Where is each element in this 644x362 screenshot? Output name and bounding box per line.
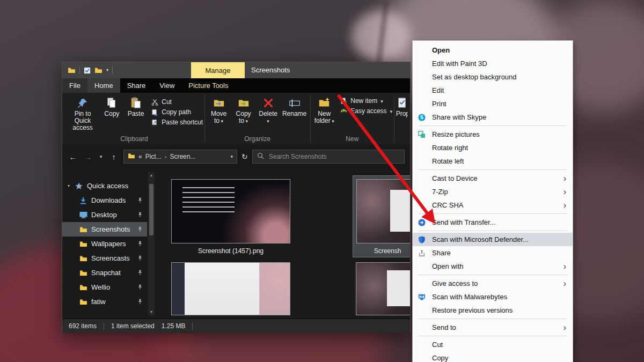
forward-button[interactable]: → — [83, 153, 93, 161]
toolbar-divider — [112, 67, 113, 74]
context-menu-item-rotate-right[interactable]: Rotate right — [413, 141, 573, 154]
paste-button[interactable]: Paste — [124, 94, 148, 117]
file-selected[interactable]: Screensh — [353, 175, 410, 257]
file-thumbnail[interactable] — [171, 179, 290, 243]
context-menu-item-edit[interactable]: Edit — [413, 84, 573, 97]
context-menu: OpenEdit with Paint 3DSet as desktop bac… — [412, 40, 573, 362]
scroll-up-icon[interactable]: ▴ — [150, 172, 152, 179]
context-menu-item-rotate-left[interactable]: Rotate left — [413, 154, 573, 168]
file-thumbnail[interactable] — [356, 179, 410, 243]
selection-size: 1.25 MB — [162, 322, 186, 330]
sidebar-item-fatiw[interactable]: fatiw — [62, 294, 147, 309]
tab-share[interactable]: Share — [120, 78, 153, 93]
sidebar-item-quick-access[interactable]: ▾Quick access — [62, 179, 147, 193]
dropdown-caret-icon — [259, 117, 277, 125]
copy-to-button[interactable]: Copy to — [231, 94, 256, 125]
delete-button[interactable]: Delete — [256, 94, 281, 125]
context-menu-item-scan-with-malwarebytes[interactable]: Scan with Malwarebytes — [413, 290, 573, 304]
window-title: Screenshots — [251, 62, 290, 78]
easy-access-icon — [340, 107, 347, 115]
cut-button[interactable]: Cut — [151, 98, 203, 106]
file-screenshot-next[interactable] — [171, 262, 290, 315]
address-dropdown-caret-icon[interactable]: ▾ — [230, 154, 233, 159]
breadcrumb[interactable]: « Pict... › Screen... ▾ — [123, 150, 237, 164]
sidebar-item-snapchat[interactable]: Snapchat — [62, 265, 147, 280]
status-bar: 692 items 1 item selected 1.25 MB — [62, 319, 410, 333]
breadcrumb-crumb[interactable]: Pict... — [145, 153, 162, 160]
refresh-button[interactable]: ↻ — [241, 152, 248, 161]
rename-icon — [289, 95, 301, 110]
sidebar-item-desktop[interactable]: Desktop — [62, 208, 147, 222]
context-menu-item-open-with[interactable]: Open with› — [413, 260, 573, 273]
sidebar-item-downloads[interactable]: Downloads — [62, 193, 147, 208]
folder-icon — [79, 226, 91, 233]
new-item-button[interactable]: New item — [340, 97, 392, 105]
folder-icon — [79, 241, 91, 247]
sidebar-item-screencasts[interactable]: Screencasts — [62, 251, 147, 265]
context-menu-item-give-access-to[interactable]: Give access to› — [413, 277, 573, 290]
copy-button[interactable]: Copy — [100, 94, 124, 117]
folder-icon[interactable] — [94, 67, 103, 73]
context-menu-item-resize-pictures[interactable]: Resize pictures — [413, 128, 573, 141]
status-divider — [104, 323, 104, 330]
search-icon — [257, 152, 264, 161]
status-divider — [192, 323, 193, 330]
up-button[interactable]: ↑ — [108, 153, 119, 161]
context-menu-item-share-with-skype[interactable]: SShare with Skype — [413, 110, 573, 124]
paste-shortcut-icon — [151, 119, 158, 126]
context-menu-item-restore-previous-versions[interactable]: Restore previous versions — [413, 304, 573, 317]
sidebar-scrollbar[interactable]: ▴ ▾ — [148, 172, 155, 315]
new-folder-button[interactable]: New folder — [312, 94, 336, 125]
file-thumbnail[interactable] — [356, 262, 410, 315]
context-menu-item-print[interactable]: Print — [413, 97, 573, 110]
tab-home[interactable]: Home — [87, 78, 120, 93]
customize-toolbar-caret-icon[interactable]: ▾ — [106, 68, 108, 72]
folder-icon[interactable] — [68, 67, 76, 73]
new-item-icon — [340, 97, 347, 105]
file-screenshot-1457[interactable]: Screenshot (1457).png — [171, 179, 290, 255]
scrollbar-thumb[interactable] — [149, 184, 153, 235]
file-explorer-window: ▾ Manage Screenshots File Home Share Vie… — [62, 62, 411, 333]
rename-button[interactable]: Rename — [281, 94, 309, 117]
sidebar-item-wallpapers[interactable]: Wallpapers — [62, 237, 147, 251]
breadcrumb-crumb[interactable]: Screen... — [170, 153, 195, 160]
properties-check-icon[interactable] — [84, 67, 91, 74]
file-screenshot-far[interactable] — [356, 262, 410, 315]
breadcrumb-overflow[interactable]: « — [138, 153, 142, 160]
context-menu-item-send-with-transfer[interactable]: Send with Transfer... — [413, 216, 573, 229]
easy-access-button[interactable]: Easy access — [340, 107, 392, 115]
back-button[interactable]: ← — [68, 153, 78, 161]
context-menu-item-edit-with-paint-3d[interactable]: Edit with Paint 3D — [413, 57, 573, 70]
move-to-button[interactable]: Move to — [207, 94, 231, 125]
menu-separator — [418, 336, 567, 336]
file-thumbnail[interactable] — [171, 262, 290, 315]
sidebar-item-screenshots[interactable]: Screenshots — [62, 222, 147, 237]
context-menu-item-share[interactable]: Share — [413, 246, 573, 260]
context-menu-item-7-zip[interactable]: 7-Zip› — [413, 185, 573, 198]
sidebar-item-wellio[interactable]: Wellio — [62, 280, 147, 294]
copy-path-button[interactable]: Copy path — [151, 108, 203, 116]
context-menu-item-cut[interactable]: Cut — [413, 338, 573, 351]
paste-shortcut-button[interactable]: Paste shortcut — [151, 119, 203, 126]
context-menu-item-send-to[interactable]: Send to› — [413, 321, 573, 334]
tab-view[interactable]: View — [152, 78, 181, 93]
context-menu-item-scan-with-microsoft-defender[interactable]: Scan with Microsoft Defender... — [413, 233, 573, 246]
selection-count: 1 item selected — [111, 322, 155, 330]
context-menu-item-crc-sha[interactable]: CRC SHA› — [413, 198, 573, 212]
expander-chevron-icon[interactable]: ▾ — [68, 183, 75, 188]
folder-icon — [79, 255, 91, 262]
pin-to-quick-access-button[interactable]: Pin to Quick access — [65, 94, 100, 131]
recent-locations-caret-icon[interactable]: ▾ — [98, 154, 104, 159]
files-pane: Screenshot (1457).png Screensh — [156, 169, 410, 319]
properties-button[interactable]: Prop — [396, 94, 408, 117]
search-input[interactable] — [268, 152, 400, 161]
context-menu-item-cast-to-device[interactable]: Cast to Device› — [413, 172, 573, 185]
tab-file[interactable]: File — [62, 78, 87, 93]
scroll-down-icon[interactable]: ▾ — [150, 309, 152, 315]
context-menu-item-copy[interactable]: Copy — [413, 351, 573, 362]
context-menu-item-open[interactable]: Open — [413, 43, 573, 57]
context-menu-item-set-as-desktop-background[interactable]: Set as desktop background — [413, 70, 573, 84]
ribbon-divider — [394, 95, 394, 143]
tab-picture-tools[interactable]: Picture Tools — [181, 78, 235, 93]
manage-ribbon-tab[interactable]: Manage — [191, 62, 245, 78]
